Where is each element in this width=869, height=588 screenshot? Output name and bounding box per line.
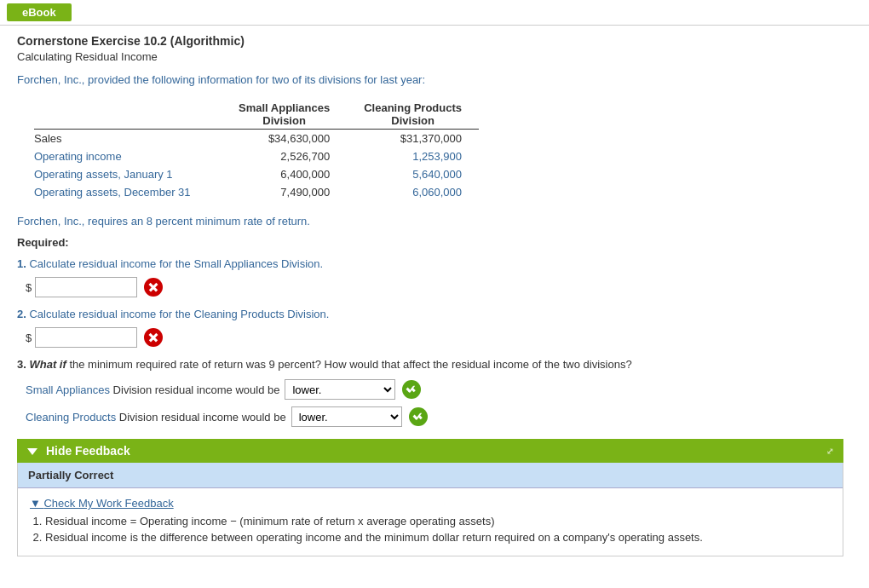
q1-text-end: .	[320, 257, 324, 270]
data-table: Small Appliances Division Cleaning Produ…	[34, 100, 479, 201]
resize-handle-icon: ⤢	[826, 447, 833, 456]
feedback-body: ▼ Check My Work Feedback Residual income…	[18, 488, 843, 556]
row-val1: 6,400,000	[222, 165, 347, 183]
partially-correct-label: Partially Correct	[28, 469, 113, 481]
q3-row1: Small Appliances Division residual incom…	[26, 379, 843, 400]
top-bar: eBook	[0, 0, 869, 26]
q3-row1-select[interactable]: lower. higher. unchanged.	[285, 379, 395, 400]
q1-input-row: $	[26, 277, 843, 297]
minimum-rate-text: Forchen, Inc., requires an 8 percent min…	[17, 215, 843, 228]
feedback-item-1: Residual income = Operating income − (mi…	[45, 515, 831, 527]
feedback-bar[interactable]: Hide Feedback ⤢	[17, 439, 843, 463]
check-my-work-label: Check My Work Feedback	[43, 497, 173, 510]
q3-row2-label: Cleaning Products Division residual inco…	[26, 411, 286, 424]
row-label: Operating income	[34, 147, 222, 165]
q3-row2-check-icon: ✓	[409, 407, 428, 426]
question-3: 3. What if the minimum required rate of …	[17, 358, 843, 371]
feedback-content: Partially Correct ▼ Check My Work Feedba…	[17, 463, 843, 556]
q3-text: the minimum required rate of return was …	[66, 358, 632, 371]
row-val1: 2,526,700	[222, 147, 347, 165]
q2-number: 2.	[17, 308, 26, 320]
triangle-down-icon	[27, 448, 37, 455]
row-val2: $31,370,000	[347, 130, 479, 148]
q2-input[interactable]	[35, 327, 137, 348]
col2-header: Cleaning Products Division	[347, 100, 479, 130]
content-area: Cornerstone Exercise 10.2 (Algorithmic) …	[0, 26, 869, 565]
q3-what-if: What if	[29, 358, 66, 371]
col1-header: Small Appliances Division	[222, 100, 347, 130]
row-label: Sales	[34, 130, 222, 148]
intro-text: Forchen, Inc., provided the following in…	[17, 73, 843, 86]
q2-dollar-sign: $	[26, 331, 32, 344]
feedback-bar-label: Hide Feedback	[27, 444, 130, 458]
ebook-button[interactable]: eBook	[7, 3, 72, 21]
check-my-work-link[interactable]: ▼ Check My Work Feedback	[30, 497, 831, 510]
feedback-list: Residual income = Operating income − (mi…	[45, 515, 831, 544]
row-val2: 6,060,000	[347, 183, 479, 201]
row-val1: $34,630,000	[222, 130, 347, 148]
partially-correct-header: Partially Correct	[18, 463, 843, 488]
row-label: Operating assets, December 31	[34, 183, 222, 201]
q1-number: 1.	[17, 257, 26, 270]
question-1: 1. Calculate residual income for the Sma…	[17, 257, 843, 270]
row-val1: 7,490,000	[222, 183, 347, 201]
table-row: Operating income 2,526,700 1,253,900	[34, 147, 479, 165]
row-val2: 5,640,000	[347, 165, 479, 183]
q1-text-plain: Calculate residual income for the	[29, 257, 193, 270]
q2-error-icon	[144, 328, 163, 347]
table-row: Operating assets, January 1 6,400,000 5,…	[34, 165, 479, 183]
row-val2: 1,253,900	[347, 147, 479, 165]
q2-text-link: Cleaning Products Division	[193, 308, 325, 320]
q3-row1-label: Small Appliances Division residual incom…	[26, 383, 279, 396]
exercise-title: Cornerstone Exercise 10.2 (Algorithmic)	[17, 34, 843, 48]
q1-dollar-sign: $	[26, 281, 32, 294]
q3-row2: Cleaning Products Division residual inco…	[26, 406, 843, 427]
question-2: 2. Calculate residual income for the Cle…	[17, 308, 843, 320]
q2-text-end: .	[326, 308, 330, 320]
q3-row1-check-icon: ✓	[402, 380, 421, 399]
row-label: Operating assets, January 1	[34, 165, 222, 183]
q1-error-icon	[144, 278, 163, 297]
q2-text-plain: Calculate residual income for the	[29, 308, 193, 320]
required-label: Required:	[17, 236, 843, 249]
q1-text-link: Small Appliances Division	[193, 257, 319, 270]
q3-row2-select[interactable]: lower. higher. unchanged.	[291, 406, 402, 427]
q1-input[interactable]	[35, 277, 137, 297]
table-row: Sales $34,630,000 $31,370,000	[34, 130, 479, 148]
q2-input-row: $	[26, 327, 843, 348]
exercise-subtitle: Calculating Residual Income	[17, 50, 843, 63]
feedback-item-2: Residual income is the difference betwee…	[45, 531, 831, 544]
table-row: Operating assets, December 31 7,490,000 …	[34, 183, 479, 201]
q3-number: 3.	[17, 358, 29, 371]
